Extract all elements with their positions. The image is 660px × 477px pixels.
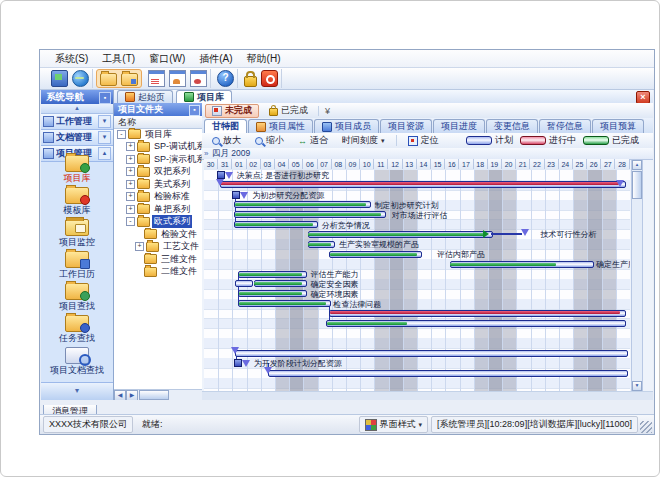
day-cell[interactable]: 21 <box>516 159 530 169</box>
tree-row[interactable]: +SP-调试机系 <box>114 141 202 154</box>
day-cell[interactable]: 12 <box>388 159 402 169</box>
tree-expander-icon[interactable]: - <box>117 130 126 139</box>
filter-tab[interactable]: 已完成 <box>263 105 314 117</box>
menu-item[interactable]: 工具(T) <box>95 52 142 66</box>
window-users-icon[interactable] <box>169 70 186 87</box>
day-cell[interactable]: 22 <box>530 159 544 169</box>
day-cell[interactable]: 14 <box>417 159 431 169</box>
interface-style-button[interactable]: 界面样式 ▾ <box>359 416 429 433</box>
desktop-icon[interactable] <box>51 70 68 87</box>
tree-expander-icon[interactable]: + <box>135 242 144 251</box>
pin-icon[interactable]: ▪ <box>189 105 200 116</box>
sidebar-pin-icon[interactable]: ▪ <box>99 92 111 104</box>
gantt-chart[interactable]: 决策点: 是否进行初步研究为初步研究分配资源制定初步研究计划对市场进行评估分析竞… <box>204 170 630 393</box>
day-cell[interactable]: 24 <box>559 159 573 169</box>
day-cell[interactable]: 28 <box>615 159 629 169</box>
tree-horizontal-scrollbar[interactable]: ◀ ▶ <box>114 389 202 400</box>
day-cell[interactable]: 04 <box>275 159 289 169</box>
tree-row[interactable]: 二维文件 <box>114 266 202 279</box>
filter-tab[interactable]: 未完成 <box>205 104 259 118</box>
day-cell[interactable]: 06 <box>303 159 317 169</box>
gantt-task-bar[interactable] <box>450 263 556 266</box>
day-cell[interactable]: 05 <box>289 159 303 169</box>
chevron-down-icon[interactable]: ▾ <box>98 131 111 144</box>
day-cell[interactable]: 08 <box>332 159 346 169</box>
scroll-right-icon[interactable]: ▶ <box>126 390 138 401</box>
day-cell[interactable]: 25 <box>573 159 587 169</box>
zoom-out-button[interactable]: 缩小 <box>249 133 290 148</box>
tab-active[interactable]: 项目库 <box>176 90 232 103</box>
menu-item[interactable]: 窗口(W) <box>142 52 192 66</box>
sidebar-item[interactable]: 模板库 <box>41 185 113 217</box>
tree-row[interactable]: -欧式系列 <box>114 216 202 229</box>
menu-item[interactable]: 插件(A) <box>192 52 239 66</box>
exit-icon[interactable] <box>261 70 278 87</box>
day-cell[interactable]: 19 <box>488 159 502 169</box>
sidebar-item[interactable]: 项目监控 <box>41 217 113 249</box>
subtab-暂停信息[interactable]: 暂停信息 <box>539 119 591 133</box>
sidebar-item[interactable]: 项目文档查找 <box>41 345 113 377</box>
gantt-task-bar[interactable] <box>220 182 618 185</box>
tree-row[interactable]: +SP-演示机系 <box>114 153 202 166</box>
scroll-left-icon[interactable]: ◀ <box>114 390 126 401</box>
lock-icon[interactable] <box>244 76 257 87</box>
day-cell[interactable]: 16 <box>445 159 459 169</box>
day-cell[interactable]: 10 <box>360 159 374 169</box>
tree-expander-icon[interactable]: + <box>126 155 135 164</box>
subtab-项目进度[interactable]: 项目进度 <box>433 119 485 133</box>
tree-row[interactable]: +双把系列 <box>114 166 202 179</box>
day-cell[interactable]: 30 <box>204 159 218 169</box>
gantt-task-bar[interactable] <box>235 203 366 206</box>
day-cell[interactable]: 13 <box>403 159 417 169</box>
sidebar-section[interactable]: 文档管理▾ <box>41 130 113 146</box>
gantt-task-bar[interactable] <box>239 273 302 276</box>
day-cell[interactable]: 09 <box>346 159 360 169</box>
gantt-task-bar[interactable] <box>327 322 407 325</box>
day-cell[interactable]: 18 <box>474 159 488 169</box>
subtab-变更信息[interactable]: 变更信息 <box>486 119 538 133</box>
sidebar-collapse-button[interactable]: ▴ <box>41 104 113 114</box>
tree-expander-icon[interactable]: + <box>126 142 135 151</box>
subtab-甘特图[interactable]: 甘特图 <box>204 119 247 133</box>
sidebar-item[interactable]: 任务查找 <box>41 313 113 345</box>
day-cell[interactable]: 01 <box>232 159 246 169</box>
tree-row[interactable]: +美式系列 <box>114 178 202 191</box>
day-cell[interactable]: 27 <box>601 159 615 169</box>
gantt-task-bar[interactable] <box>491 233 522 235</box>
tree-row[interactable]: +检验标准 <box>114 191 202 204</box>
day-cell[interactable]: 11 <box>374 159 388 169</box>
day-cell[interactable]: 26 <box>587 159 601 169</box>
resize-grip[interactable] <box>640 421 652 433</box>
gantt-task-bar[interactable] <box>235 280 253 287</box>
tree-row[interactable]: +单把系列 <box>114 203 202 216</box>
tree-expander-icon[interactable]: + <box>126 167 135 176</box>
sidebar-section[interactable]: 工作管理▾ <box>41 114 113 130</box>
day-cell[interactable]: 31 <box>218 159 232 169</box>
zoom-in-button[interactable]: 放大 <box>206 133 247 148</box>
day-cell[interactable]: 20 <box>502 159 516 169</box>
gantt-task-bar[interactable] <box>268 370 628 377</box>
fit-button[interactable]: ↔适合 <box>292 133 334 148</box>
window-refresh-icon[interactable] <box>190 70 207 87</box>
day-cell[interactable]: 07 <box>318 159 332 169</box>
gantt-milestone[interactable] <box>234 359 242 367</box>
gantt-task-bar[interactable] <box>330 311 620 314</box>
gantt-task-bar[interactable] <box>254 282 302 285</box>
globe-icon[interactable] <box>72 70 89 87</box>
tree-row[interactable]: 三维文件 <box>114 253 202 266</box>
gantt-task-bar[interactable] <box>308 243 331 246</box>
tree-expander-icon[interactable]: + <box>126 180 135 189</box>
menu-item[interactable]: 帮助(H) <box>240 52 288 66</box>
sidebar-item[interactable]: 项目查找 <box>41 281 113 313</box>
day-cell[interactable]: 15 <box>431 159 445 169</box>
sidebar-bottom-collapse[interactable]: ▾ <box>41 382 113 400</box>
tree-row[interactable]: -项目库 <box>114 128 202 141</box>
gantt-task-bar[interactable] <box>235 350 628 357</box>
day-cell[interactable]: 03 <box>261 159 275 169</box>
gantt-task-bar[interactable] <box>308 233 485 236</box>
day-cell[interactable]: 23 <box>545 159 559 169</box>
subtab-项目属性[interactable]: 项目属性 <box>248 119 313 133</box>
vertical-scrollbar[interactable]: ▴ ▼ <box>631 159 643 392</box>
tab-inactive[interactable]: 起始页 <box>117 90 173 103</box>
vertical-scroll-thumb[interactable] <box>632 171 642 199</box>
